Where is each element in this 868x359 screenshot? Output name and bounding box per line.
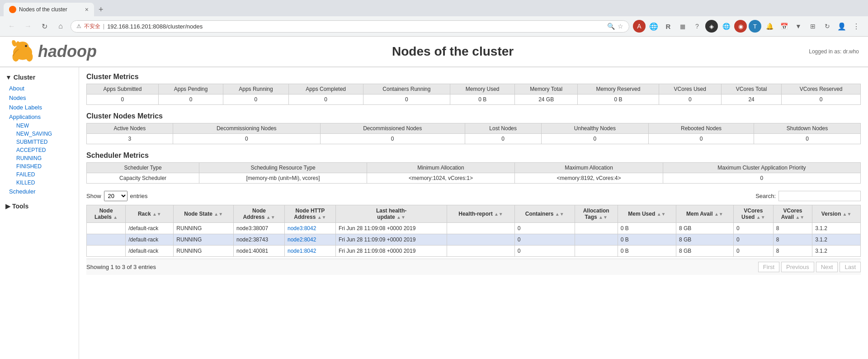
cell-nodehttpaddress[interactable]: node2:8042 <box>284 234 335 246</box>
prev-btn[interactable]: Previous <box>781 262 814 272</box>
nt-col-healthreport[interactable]: Health-report ▲▼ <box>447 205 515 223</box>
extension-icon-6[interactable]: ◈ <box>705 20 718 33</box>
cell-nodestate: RUNNING <box>174 234 234 246</box>
next-btn[interactable]: Next <box>816 262 838 272</box>
cell-nodehttpaddress-link[interactable]: node3:8042 <box>288 225 316 231</box>
extension-icon-11[interactable]: 📅 <box>778 20 790 33</box>
cell-nodeaddress: node3:38007 <box>233 223 284 234</box>
sidebar-subitem-running[interactable]: RUNNING <box>0 154 79 162</box>
sidebar-tools-toggle[interactable]: ▶ Tools <box>0 200 79 213</box>
sidebar-subitem-finished[interactable]: FINISHED <box>0 162 79 170</box>
cluster-nodes-table: Active Nodes Decommissioning Nodes Decom… <box>86 123 861 144</box>
sidebar-cluster-toggle[interactable]: ▼ Cluster <box>0 71 79 84</box>
sidebar-subitem-killed[interactable]: KILLED <box>0 179 79 187</box>
cell-rack: /default-rack <box>126 223 174 234</box>
cm-col-4: Containers Running <box>363 84 450 94</box>
cluster-nodes-metrics-title: Cluster Nodes Metrics <box>86 112 861 120</box>
active-tab[interactable]: Nodes of the cluster × <box>4 3 94 16</box>
extension-icon-14[interactable]: ↻ <box>821 20 834 33</box>
cnm-val-3: 0 <box>465 134 541 144</box>
address-bar[interactable]: ⚠ 不安全 | 192.168.116.201:8088/cluster/nod… <box>71 20 629 33</box>
sidebar-subitem-accepted[interactable]: ACCEPTED <box>0 146 79 154</box>
sort-nodehttpaddress: ▲▼ <box>317 215 326 220</box>
back-btn[interactable]: ← <box>5 20 18 33</box>
sidebar-item-nodelabels[interactable]: Node Labels <box>0 103 79 112</box>
entries-select[interactable]: 10 20 25 50 100 <box>104 191 127 201</box>
url-separator: | <box>103 23 104 29</box>
extension-icon-3[interactable]: R <box>662 20 675 33</box>
sort-rack: ▲▼ <box>152 212 161 217</box>
reload-btn[interactable]: ↻ <box>38 20 51 33</box>
sidebar-subitem-failed[interactable]: FAILED <box>0 170 79 179</box>
cnm-val-2: 0 <box>320 134 465 144</box>
security-icon: ⚠ <box>76 23 81 29</box>
sidebar-subitem-new[interactable]: NEW <box>0 122 79 130</box>
nt-col-rack[interactable]: Rack ▲▼ <box>126 205 174 223</box>
sidebar-item-scheduler[interactable]: Scheduler <box>0 187 79 196</box>
extension-icon-10[interactable]: 🔔 <box>763 20 776 33</box>
nt-col-containers[interactable]: Containers ▲▼ <box>514 205 575 223</box>
menu-icon[interactable]: ⋮ <box>850 20 863 33</box>
sidebar-subitem-newsaving[interactable]: NEW_SAVING <box>0 130 79 138</box>
cell-nodehttpaddress-link[interactable]: node2:8042 <box>288 236 316 243</box>
hadoop-elephant-logo <box>9 40 36 63</box>
nt-col-lasthealth[interactable]: Last health-update ▲▼ <box>335 205 447 223</box>
nt-col-nodeaddress[interactable]: NodeAddress ▲▼ <box>233 205 284 223</box>
cell-vcoresavail: 8 <box>773 246 812 257</box>
main-content: Cluster Metrics Apps Submitted Apps Pend… <box>79 67 868 359</box>
extension-icon-4[interactable]: ▦ <box>676 20 689 33</box>
sidebar-item-about[interactable]: About <box>0 84 79 93</box>
star-icon[interactable]: ☆ <box>618 23 623 30</box>
home-btn[interactable]: ⌂ <box>54 20 67 33</box>
extension-icon-9[interactable]: T <box>749 20 761 33</box>
tab-favicon <box>9 6 16 13</box>
cm-col-5: Memory Used <box>450 84 515 94</box>
sm-col-2: Minimum Allocation <box>367 163 514 173</box>
node-table: NodeLabels ▲ Rack ▲▼ Node State ▲▼ NodeA… <box>86 205 861 257</box>
forward-btn[interactable]: → <box>22 20 34 33</box>
cell-memavail: 8 GB <box>676 234 733 246</box>
search-label: Search: <box>755 193 776 199</box>
last-btn[interactable]: Last <box>840 262 861 272</box>
cnm-col-4: Unhealthy Nodes <box>541 123 648 134</box>
browser-nav-icons: A 🌐 R ▦ ? ◈ 🌐 ◉ T 🔔 📅 ▼ ⊞ ↻ 👤 ⋮ <box>633 20 863 33</box>
sidebar-subitem-submitted[interactable]: SUBMITTED <box>0 138 79 146</box>
extension-icon-1[interactable]: A <box>633 20 646 33</box>
nt-col-alloctags[interactable]: AllocationTags ▲▼ <box>575 205 618 223</box>
nt-col-nodehttpaddress[interactable]: Node HTTPAddress ▲▼ <box>284 205 335 223</box>
cm-val-2: 0 <box>223 94 288 105</box>
sidebar-item-nodes[interactable]: Nodes <box>0 93 79 103</box>
hadoop-brand-text: hadoop <box>38 42 97 61</box>
cell-nodelabels <box>87 234 126 246</box>
search-input[interactable] <box>778 191 861 201</box>
cell-nodehttpaddress[interactable]: node1:8042 <box>284 246 335 257</box>
extension-icon-13[interactable]: ⊞ <box>807 20 819 33</box>
nt-col-nodelabels[interactable]: NodeLabels ▲ <box>87 205 126 223</box>
tab-close-btn[interactable]: × <box>85 6 89 13</box>
extension-icon-7[interactable]: 🌐 <box>720 20 732 33</box>
new-tab-btn[interactable]: + <box>96 5 106 14</box>
cell-nodehttpaddress[interactable]: node3:8042 <box>284 223 335 234</box>
nt-col-vcoresavail[interactable]: VCoresAvail ▲▼ <box>773 205 812 223</box>
nt-col-memavail[interactable]: Mem Avail ▲▼ <box>676 205 733 223</box>
nt-col-memused[interactable]: Mem Used ▲▼ <box>618 205 676 223</box>
extension-icon-2[interactable]: 🌐 <box>647 20 660 33</box>
nt-col-vcoresused[interactable]: VCoresUsed ▲▼ <box>733 205 773 223</box>
first-btn[interactable]: First <box>758 262 779 272</box>
login-info: Logged in as: dr.who <box>809 48 859 55</box>
cell-containers: 0 <box>514 223 575 234</box>
sm-val-3: <memory:8192, vCores:4> <box>515 173 663 184</box>
profile-icon[interactable]: 👤 <box>835 20 848 33</box>
cell-nodehttpaddress-link[interactable]: node1:8042 <box>288 248 316 254</box>
extension-icon-5[interactable]: ? <box>691 20 703 33</box>
nt-col-nodestate[interactable]: Node State ▲▼ <box>174 205 234 223</box>
tab-bar: Nodes of the cluster × + <box>0 0 868 16</box>
sidebar-item-applications[interactable]: Applications <box>0 112 79 122</box>
extension-icon-12[interactable]: ▼ <box>792 20 805 33</box>
entries-label: entries <box>130 193 148 199</box>
extension-icon-8[interactable]: ◉ <box>734 20 747 33</box>
cell-nodelabels <box>87 246 126 257</box>
sort-lasthealth: ▲▼ <box>396 215 406 220</box>
nt-col-version[interactable]: Version ▲▼ <box>812 205 861 223</box>
cell-alloctags <box>575 234 618 246</box>
